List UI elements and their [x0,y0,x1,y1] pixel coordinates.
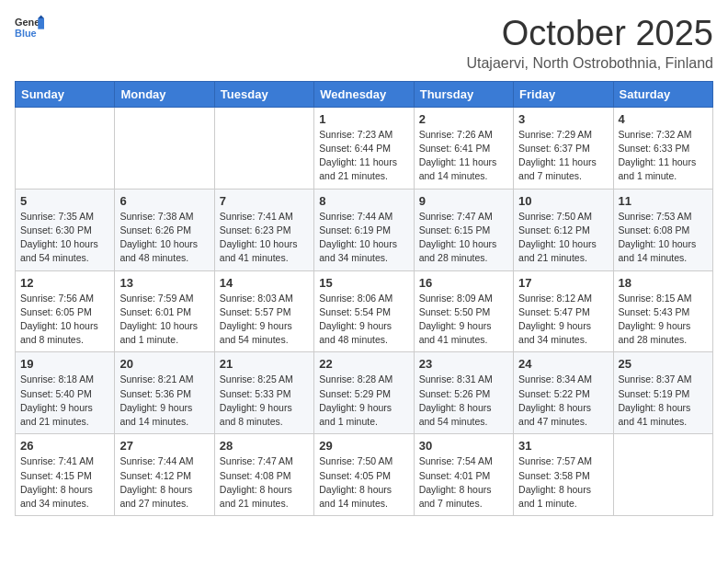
logo-icon: General Blue [15,15,44,40]
day-number: 20 [119,357,209,371]
calendar-day-2: 2Sunrise: 7:26 AM Sunset: 6:41 PM Daylig… [414,107,513,189]
day-info: Sunrise: 7:23 AM Sunset: 6:44 PM Dayligh… [319,128,408,184]
day-number: 24 [518,357,608,371]
day-info: Sunrise: 7:56 AM Sunset: 6:05 PM Dayligh… [20,292,109,348]
calendar-day-1: 1Sunrise: 7:23 AM Sunset: 6:44 PM Daylig… [314,107,414,189]
month-title: October 2025 [466,15,713,53]
day-number: 30 [419,439,508,453]
day-number: 25 [619,357,708,371]
day-info: Sunrise: 8:03 AM Sunset: 5:57 PM Dayligh… [220,292,309,348]
day-number: 8 [319,194,408,208]
calendar-day-6: 6Sunrise: 7:38 AM Sunset: 6:26 PM Daylig… [115,189,214,270]
day-info: Sunrise: 7:50 AM Sunset: 6:12 PM Dayligh… [518,210,608,266]
calendar-day-24: 24Sunrise: 8:34 AM Sunset: 5:22 PM Dayli… [514,352,613,434]
calendar-day-16: 16Sunrise: 8:09 AM Sunset: 5:50 PM Dayli… [414,270,513,352]
calendar-day-5: 5Sunrise: 7:35 AM Sunset: 6:30 PM Daylig… [16,189,115,270]
day-number: 18 [619,276,708,290]
calendar-day-9: 9Sunrise: 7:47 AM Sunset: 6:15 PM Daylig… [414,189,513,270]
svg-marker-2 [38,18,44,29]
day-number: 19 [20,357,109,371]
calendar-week-row: 26Sunrise: 7:41 AM Sunset: 4:15 PM Dayli… [16,434,713,516]
day-number: 9 [419,194,508,208]
calendar-day-28: 28Sunrise: 7:47 AM Sunset: 4:08 PM Dayli… [214,434,313,516]
calendar-day-21: 21Sunrise: 8:25 AM Sunset: 5:33 PM Dayli… [214,352,313,434]
calendar-day-14: 14Sunrise: 8:03 AM Sunset: 5:57 PM Dayli… [214,270,313,352]
day-number: 10 [518,194,608,208]
title-block: October 2025 Utajaervi, North Ostrobothn… [466,15,713,72]
day-info: Sunrise: 7:38 AM Sunset: 6:26 PM Dayligh… [119,210,209,266]
day-info: Sunrise: 7:47 AM Sunset: 4:08 PM Dayligh… [220,454,309,511]
day-info: Sunrise: 7:41 AM Sunset: 6:23 PM Dayligh… [220,210,309,266]
calendar-week-row: 1Sunrise: 7:23 AM Sunset: 6:44 PM Daylig… [16,107,713,189]
day-info: Sunrise: 8:34 AM Sunset: 5:22 PM Dayligh… [518,373,608,429]
calendar-empty-cell [613,434,712,516]
day-number: 29 [319,439,408,453]
day-info: Sunrise: 7:41 AM Sunset: 4:15 PM Dayligh… [20,454,109,511]
day-number: 21 [220,357,309,371]
calendar-day-20: 20Sunrise: 8:21 AM Sunset: 5:36 PM Dayli… [115,352,214,434]
logo: General Blue [15,15,44,40]
day-info: Sunrise: 7:32 AM Sunset: 6:33 PM Dayligh… [619,128,708,184]
weekday-header-sunday: Sunday [16,81,115,107]
calendar-day-3: 3Sunrise: 7:29 AM Sunset: 6:37 PM Daylig… [514,107,613,189]
day-info: Sunrise: 8:21 AM Sunset: 5:36 PM Dayligh… [119,373,209,429]
calendar-day-7: 7Sunrise: 7:41 AM Sunset: 6:23 PM Daylig… [214,189,313,270]
day-info: Sunrise: 7:44 AM Sunset: 6:19 PM Dayligh… [319,210,408,266]
calendar-day-29: 29Sunrise: 7:50 AM Sunset: 4:05 PM Dayli… [314,434,414,516]
day-info: Sunrise: 7:54 AM Sunset: 4:01 PM Dayligh… [419,454,508,511]
calendar-body: 1Sunrise: 7:23 AM Sunset: 6:44 PM Daylig… [16,107,713,515]
calendar-table: SundayMondayTuesdayWednesdayThursdayFrid… [15,81,713,516]
calendar-day-11: 11Sunrise: 7:53 AM Sunset: 6:08 PM Dayli… [613,189,712,270]
day-info: Sunrise: 7:59 AM Sunset: 6:01 PM Dayligh… [119,292,209,348]
calendar-day-4: 4Sunrise: 7:32 AM Sunset: 6:33 PM Daylig… [613,107,712,189]
day-info: Sunrise: 8:31 AM Sunset: 5:26 PM Dayligh… [419,373,508,429]
day-info: Sunrise: 8:06 AM Sunset: 5:54 PM Dayligh… [319,292,408,348]
calendar-day-19: 19Sunrise: 8:18 AM Sunset: 5:40 PM Dayli… [16,352,115,434]
calendar-day-18: 18Sunrise: 8:15 AM Sunset: 5:43 PM Dayli… [613,270,712,352]
weekday-header-friday: Friday [514,81,613,107]
day-info: Sunrise: 7:53 AM Sunset: 6:08 PM Dayligh… [619,210,708,266]
weekday-header-wednesday: Wednesday [314,81,414,107]
calendar-day-26: 26Sunrise: 7:41 AM Sunset: 4:15 PM Dayli… [16,434,115,516]
day-number: 4 [619,112,708,126]
calendar-week-row: 12Sunrise: 7:56 AM Sunset: 6:05 PM Dayli… [16,270,713,352]
calendar-day-13: 13Sunrise: 7:59 AM Sunset: 6:01 PM Dayli… [115,270,214,352]
day-number: 6 [119,194,209,208]
day-number: 26 [20,439,109,453]
day-number: 28 [220,439,309,453]
day-number: 11 [619,194,708,208]
day-info: Sunrise: 7:47 AM Sunset: 6:15 PM Dayligh… [419,210,508,266]
calendar-day-17: 17Sunrise: 8:12 AM Sunset: 5:47 PM Dayli… [514,270,613,352]
page-header: General Blue October 2025 Utajaervi, Nor… [15,15,713,72]
day-number: 1 [319,112,408,126]
calendar-week-row: 19Sunrise: 8:18 AM Sunset: 5:40 PM Dayli… [16,352,713,434]
day-info: Sunrise: 7:57 AM Sunset: 3:58 PM Dayligh… [518,454,608,511]
weekday-header-tuesday: Tuesday [214,81,313,107]
day-number: 3 [518,112,608,126]
weekday-header-monday: Monday [115,81,214,107]
calendar-day-12: 12Sunrise: 7:56 AM Sunset: 6:05 PM Dayli… [16,270,115,352]
day-info: Sunrise: 8:09 AM Sunset: 5:50 PM Dayligh… [419,292,508,348]
calendar-empty-cell [214,107,313,189]
calendar-day-8: 8Sunrise: 7:44 AM Sunset: 6:19 PM Daylig… [314,189,414,270]
calendar-day-23: 23Sunrise: 8:31 AM Sunset: 5:26 PM Dayli… [414,352,513,434]
day-info: Sunrise: 8:25 AM Sunset: 5:33 PM Dayligh… [220,373,309,429]
day-number: 5 [20,194,109,208]
calendar-day-25: 25Sunrise: 8:37 AM Sunset: 5:19 PM Dayli… [613,352,712,434]
day-info: Sunrise: 8:18 AM Sunset: 5:40 PM Dayligh… [20,373,109,429]
calendar-day-31: 31Sunrise: 7:57 AM Sunset: 3:58 PM Dayli… [514,434,613,516]
weekday-header-thursday: Thursday [414,81,513,107]
day-info: Sunrise: 7:26 AM Sunset: 6:41 PM Dayligh… [419,128,508,184]
day-number: 13 [119,276,209,290]
calendar-day-27: 27Sunrise: 7:44 AM Sunset: 4:12 PM Dayli… [115,434,214,516]
calendar-week-row: 5Sunrise: 7:35 AM Sunset: 6:30 PM Daylig… [16,189,713,270]
day-number: 2 [419,112,508,126]
location-title: Utajaervi, North Ostrobothnia, Finland [466,55,713,72]
weekday-header-saturday: Saturday [613,81,712,107]
day-info: Sunrise: 8:28 AM Sunset: 5:29 PM Dayligh… [319,373,408,429]
day-number: 23 [419,357,508,371]
calendar-day-10: 10Sunrise: 7:50 AM Sunset: 6:12 PM Dayli… [514,189,613,270]
day-number: 27 [119,439,209,453]
day-info: Sunrise: 7:35 AM Sunset: 6:30 PM Dayligh… [20,210,109,266]
calendar-empty-cell [16,107,115,189]
